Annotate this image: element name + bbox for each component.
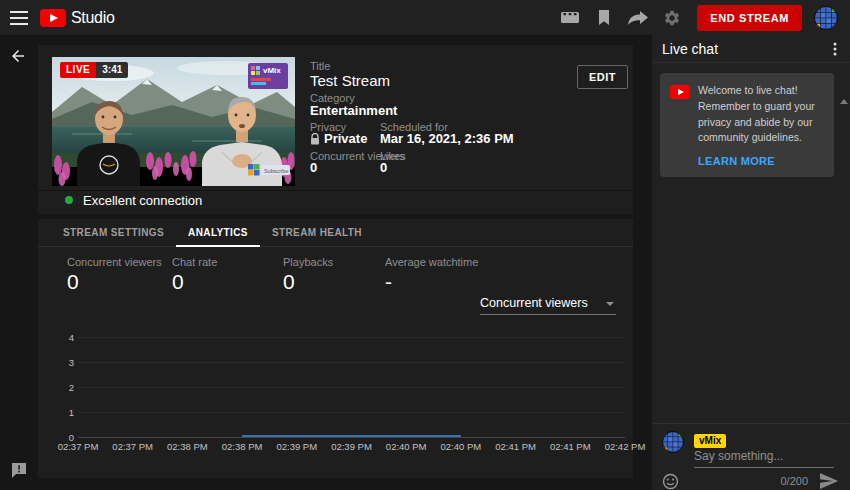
chart-x-tick-label: 02:42 PM <box>595 441 655 452</box>
chart-x-tick-label: 02:40 PM <box>431 441 491 452</box>
privacy-text: Private <box>324 131 367 146</box>
metric-value: 0 <box>172 270 217 294</box>
chart-x-axis: 02:37 PM02:37 PM02:38 PM02:38 PM02:39 PM… <box>78 441 625 453</box>
chat-scroll-up-arrow[interactable] <box>840 99 848 104</box>
film-icon <box>560 10 580 25</box>
youtube-play-icon <box>40 9 66 27</box>
metric-value: 0 <box>283 270 333 294</box>
svg-text:vMix: vMix <box>263 66 281 75</box>
tab-bar: STREAM SETTINGS ANALYTICS STREAM HEALTH <box>38 219 633 247</box>
account-avatar[interactable] <box>814 6 838 30</box>
metric-label: Chat rate <box>172 256 217 268</box>
live-badge: LIVE 3:41 <box>60 62 128 78</box>
tab-stream-health[interactable]: STREAM HEALTH <box>260 219 374 246</box>
chart-x-tick-label: 02:38 PM <box>157 441 217 452</box>
card-divider <box>38 190 633 191</box>
chevron-down-icon <box>606 302 614 306</box>
chat-welcome-card: Welcome to live chat! Remember to guard … <box>660 73 834 177</box>
chart-y-axis: 01234 <box>50 337 74 438</box>
privacy-value: Private <box>310 131 367 146</box>
end-stream-button[interactable]: END STREAM <box>697 5 802 31</box>
analytics-card: STREAM SETTINGS ANALYTICS STREAM HEALTH … <box>38 219 633 478</box>
metric-concurrent-viewers: Concurrent viewers 0 <box>67 256 162 294</box>
avatar-grid-icon <box>662 431 684 453</box>
left-rail <box>0 35 38 490</box>
metric-playbacks: Playbacks 0 <box>283 256 333 294</box>
brand-text: Studio <box>71 9 115 27</box>
likes-value: 0 <box>380 160 387 175</box>
chart-x-tick-label: 02:37 PM <box>103 441 163 452</box>
bookmark-icon <box>598 10 610 25</box>
username-badge: vMix <box>694 434 726 448</box>
stream-preview-player[interactable]: vMix Subscribe LIVE 3:41 <box>52 57 295 186</box>
settings-button[interactable] <box>655 0 689 35</box>
metric-chat-rate: Chat rate 0 <box>172 256 217 294</box>
live-chat-panel: Live chat Welcome to live chat! Remember… <box>652 35 850 490</box>
back-button[interactable] <box>9 47 27 69</box>
connection-status-text: Excellent connection <box>83 193 202 208</box>
metric-value: 0 <box>67 270 162 294</box>
metric-label: Playbacks <box>283 256 333 268</box>
chart-y-tick-label: 3 <box>50 357 74 368</box>
composer-divider <box>652 423 850 424</box>
chart-x-tick-label: 02:37 PM <box>48 441 108 452</box>
smiley-icon <box>662 473 679 490</box>
hamburger-icon <box>10 11 28 25</box>
metric-selector-dropdown[interactable]: Concurrent viewers <box>480 293 616 315</box>
share-button[interactable] <box>621 0 655 35</box>
stream-info-card: vMix Subscribe LIVE 3:41 Title Test Stre… <box>38 45 633 214</box>
chart-x-tick-label: 02:39 PM <box>267 441 327 452</box>
bookmark-button[interactable] <box>587 0 621 35</box>
chart-x-tick-label: 02:41 PM <box>540 441 600 452</box>
metric-average-watchtime: Average watchtime - <box>385 256 478 294</box>
category-value: Entertainment <box>310 103 397 118</box>
chart-y-tick-label: 4 <box>50 332 74 343</box>
live-label: LIVE <box>60 62 96 78</box>
metric-value: - <box>385 270 478 294</box>
welcome-body: Welcome to live chat! Remember to guard … <box>698 83 824 167</box>
emoji-button[interactable] <box>662 471 682 490</box>
stream-title: Test Stream <box>310 72 390 89</box>
title-label: Title <box>310 60 330 72</box>
scheduled-value: Mar 16, 2021, 2:36 PM <box>380 131 514 146</box>
metric-label: Concurrent viewers <box>67 256 162 268</box>
metric-label: Average watchtime <box>385 256 478 268</box>
metric-selector-value: Concurrent viewers <box>480 293 616 313</box>
chart-x-tick-label: 02:41 PM <box>486 441 546 452</box>
composer-avatar <box>662 431 684 453</box>
chart-y-tick-label: 2 <box>50 382 74 393</box>
composer-toolbar: 0/200 <box>652 469 850 490</box>
edit-button[interactable]: EDIT <box>577 65 628 89</box>
hamburger-menu-button[interactable] <box>0 0 38 35</box>
top-bar: Studio END STREAM <box>0 0 850 35</box>
char-counter: 0/200 <box>780 475 808 487</box>
viewers-chart-plot <box>78 337 625 438</box>
youtube-icon <box>670 85 690 99</box>
tab-stream-settings[interactable]: STREAM SETTINGS <box>51 219 176 246</box>
share-icon <box>628 11 648 25</box>
chat-message-input[interactable] <box>694 447 834 468</box>
connection-status-dot <box>65 196 73 204</box>
arrow-left-icon <box>9 47 27 65</box>
tab-analytics[interactable]: ANALYTICS <box>176 219 260 246</box>
feedback-button[interactable] <box>11 463 27 482</box>
elapsed-timer: 3:41 <box>96 62 128 78</box>
send-icon <box>820 473 838 489</box>
live-chat-header: Live chat <box>652 35 850 63</box>
avatar-grid-icon <box>814 6 838 30</box>
send-button[interactable] <box>820 472 840 490</box>
feedback-icon <box>11 463 27 478</box>
chart-y-tick-label: 1 <box>50 407 74 418</box>
chat-menu-button[interactable] <box>826 38 844 60</box>
viewers-value: 0 <box>310 160 317 175</box>
lock-icon <box>310 133 320 145</box>
youtube-studio-logo[interactable]: Studio <box>40 9 115 27</box>
stream-clips-button[interactable] <box>553 0 587 35</box>
learn-more-link[interactable]: LEARN MORE <box>698 155 824 167</box>
chart-x-tick-label: 02:40 PM <box>376 441 436 452</box>
live-chat-title: Live chat <box>662 41 826 57</box>
kebab-icon <box>833 42 837 56</box>
gear-icon <box>663 9 681 27</box>
chart-x-tick-label: 02:38 PM <box>212 441 272 452</box>
welcome-message: Welcome to live chat! Remember to guard … <box>698 83 824 146</box>
